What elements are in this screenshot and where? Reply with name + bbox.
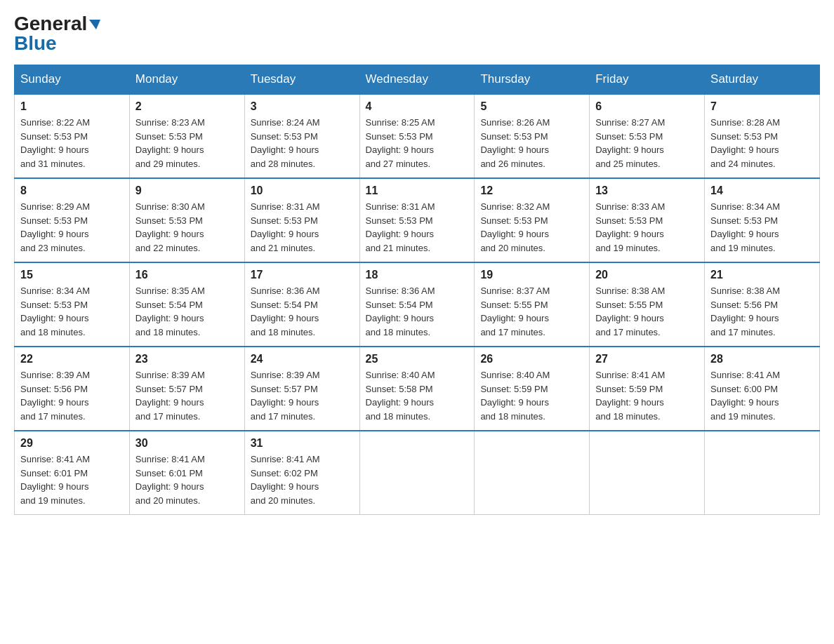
calendar-cell: 9Sunrise: 8:30 AMSunset: 5:53 PMDaylight… xyxy=(129,178,244,262)
day-info: Sunrise: 8:26 AMSunset: 5:53 PMDaylight:… xyxy=(480,116,583,170)
day-info: Sunrise: 8:38 AMSunset: 5:55 PMDaylight:… xyxy=(595,284,699,339)
calendar-cell: 24Sunrise: 8:39 AMSunset: 5:57 PMDayligh… xyxy=(244,347,359,431)
weekday-header-friday: Friday xyxy=(590,65,705,95)
day-number: 28 xyxy=(710,353,814,365)
calendar-cell: 31Sunrise: 8:41 AMSunset: 6:02 PMDayligh… xyxy=(244,431,359,515)
calendar-cell: 16Sunrise: 8:35 AMSunset: 5:54 PMDayligh… xyxy=(129,262,244,347)
day-info: Sunrise: 8:40 AMSunset: 5:59 PMDaylight:… xyxy=(480,368,583,423)
day-info: Sunrise: 8:41 AMSunset: 6:02 PMDaylight:… xyxy=(251,452,354,507)
calendar-cell: 10Sunrise: 8:31 AMSunset: 5:53 PMDayligh… xyxy=(244,178,359,262)
page-header: General Blue xyxy=(14,14,820,53)
weekday-header-monday: Monday xyxy=(129,65,244,95)
calendar-cell: 3Sunrise: 8:24 AMSunset: 5:53 PMDaylight… xyxy=(244,94,359,178)
day-number: 26 xyxy=(480,353,583,365)
day-info: Sunrise: 8:24 AMSunset: 5:53 PMDaylight:… xyxy=(251,116,354,170)
weekday-header-thursday: Thursday xyxy=(475,65,590,95)
day-number: 2 xyxy=(135,100,239,113)
day-number: 27 xyxy=(595,353,699,365)
day-info: Sunrise: 8:31 AMSunset: 5:53 PMDaylight:… xyxy=(251,200,354,255)
calendar-cell xyxy=(359,431,475,515)
day-number: 22 xyxy=(20,353,124,365)
calendar-table: SundayMondayTuesdayWednesdayThursdayFrid… xyxy=(14,65,820,515)
calendar-cell: 1Sunrise: 8:22 AMSunset: 5:53 PMDaylight… xyxy=(15,94,130,178)
day-number: 25 xyxy=(366,353,469,365)
day-info: Sunrise: 8:37 AMSunset: 5:55 PMDaylight:… xyxy=(480,284,583,339)
day-info: Sunrise: 8:23 AMSunset: 5:53 PMDaylight:… xyxy=(135,116,239,170)
day-number: 17 xyxy=(251,269,354,281)
day-number: 15 xyxy=(20,269,124,281)
weekday-header-tuesday: Tuesday xyxy=(244,65,359,95)
day-info: Sunrise: 8:33 AMSunset: 5:53 PMDaylight:… xyxy=(595,200,699,255)
day-number: 1 xyxy=(20,100,124,113)
day-number: 6 xyxy=(595,100,699,113)
week-row-4: 22Sunrise: 8:39 AMSunset: 5:56 PMDayligh… xyxy=(15,347,820,431)
calendar-cell: 15Sunrise: 8:34 AMSunset: 5:53 PMDayligh… xyxy=(15,262,130,347)
day-info: Sunrise: 8:30 AMSunset: 5:53 PMDaylight:… xyxy=(135,200,239,255)
day-info: Sunrise: 8:39 AMSunset: 5:57 PMDaylight:… xyxy=(135,368,239,423)
day-info: Sunrise: 8:36 AMSunset: 5:54 PMDaylight:… xyxy=(366,284,469,339)
day-number: 29 xyxy=(20,437,124,450)
calendar-cell: 30Sunrise: 8:41 AMSunset: 6:01 PMDayligh… xyxy=(129,431,244,515)
calendar-cell: 14Sunrise: 8:34 AMSunset: 5:53 PMDayligh… xyxy=(705,178,820,262)
day-number: 3 xyxy=(251,100,354,113)
calendar-cell: 4Sunrise: 8:25 AMSunset: 5:53 PMDaylight… xyxy=(359,94,475,178)
calendar-cell: 28Sunrise: 8:41 AMSunset: 6:00 PMDayligh… xyxy=(705,347,820,431)
day-number: 7 xyxy=(710,100,814,113)
calendar-cell: 17Sunrise: 8:36 AMSunset: 5:54 PMDayligh… xyxy=(244,262,359,347)
day-info: Sunrise: 8:35 AMSunset: 5:54 PMDaylight:… xyxy=(135,284,239,339)
day-info: Sunrise: 8:41 AMSunset: 6:00 PMDaylight:… xyxy=(710,368,814,423)
day-info: Sunrise: 8:41 AMSunset: 5:59 PMDaylight:… xyxy=(595,368,699,423)
calendar-cell: 2Sunrise: 8:23 AMSunset: 5:53 PMDaylight… xyxy=(129,94,244,178)
day-number: 13 xyxy=(595,185,699,197)
calendar-cell: 26Sunrise: 8:40 AMSunset: 5:59 PMDayligh… xyxy=(475,347,590,431)
calendar-cell: 19Sunrise: 8:37 AMSunset: 5:55 PMDayligh… xyxy=(475,262,590,347)
day-info: Sunrise: 8:41 AMSunset: 6:01 PMDaylight:… xyxy=(20,452,124,507)
day-info: Sunrise: 8:40 AMSunset: 5:58 PMDaylight:… xyxy=(366,368,469,423)
day-number: 30 xyxy=(135,437,239,450)
day-info: Sunrise: 8:25 AMSunset: 5:53 PMDaylight:… xyxy=(366,116,469,170)
day-number: 18 xyxy=(366,269,469,281)
calendar-cell: 7Sunrise: 8:28 AMSunset: 5:53 PMDaylight… xyxy=(705,94,820,178)
calendar-cell: 25Sunrise: 8:40 AMSunset: 5:58 PMDayligh… xyxy=(359,347,475,431)
week-row-2: 8Sunrise: 8:29 AMSunset: 5:53 PMDaylight… xyxy=(15,178,820,262)
day-number: 5 xyxy=(480,100,583,113)
calendar-cell xyxy=(475,431,590,515)
day-info: Sunrise: 8:22 AMSunset: 5:53 PMDaylight:… xyxy=(20,116,124,170)
day-info: Sunrise: 8:39 AMSunset: 5:56 PMDaylight:… xyxy=(20,368,124,423)
day-number: 4 xyxy=(366,100,469,113)
logo-blue-text: Blue xyxy=(14,34,57,53)
day-number: 16 xyxy=(135,269,239,281)
calendar-cell: 18Sunrise: 8:36 AMSunset: 5:54 PMDayligh… xyxy=(359,262,475,347)
calendar-cell: 6Sunrise: 8:27 AMSunset: 5:53 PMDaylight… xyxy=(590,94,705,178)
calendar-cell: 29Sunrise: 8:41 AMSunset: 6:01 PMDayligh… xyxy=(15,431,130,515)
day-number: 12 xyxy=(480,185,583,197)
day-number: 31 xyxy=(251,437,354,450)
day-info: Sunrise: 8:38 AMSunset: 5:56 PMDaylight:… xyxy=(710,284,814,339)
weekday-header-saturday: Saturday xyxy=(705,65,820,95)
day-number: 20 xyxy=(595,269,699,281)
day-number: 10 xyxy=(251,185,354,197)
day-info: Sunrise: 8:39 AMSunset: 5:57 PMDaylight:… xyxy=(251,368,354,423)
day-info: Sunrise: 8:28 AMSunset: 5:53 PMDaylight:… xyxy=(710,116,814,170)
logo: General Blue xyxy=(14,14,100,53)
day-number: 8 xyxy=(20,185,124,197)
day-info: Sunrise: 8:31 AMSunset: 5:53 PMDaylight:… xyxy=(366,200,469,255)
calendar-cell: 11Sunrise: 8:31 AMSunset: 5:53 PMDayligh… xyxy=(359,178,475,262)
day-info: Sunrise: 8:29 AMSunset: 5:53 PMDaylight:… xyxy=(20,200,124,255)
calendar-cell xyxy=(590,431,705,515)
day-number: 24 xyxy=(251,353,354,365)
logo-general-text: General xyxy=(14,14,100,34)
calendar-cell: 20Sunrise: 8:38 AMSunset: 5:55 PMDayligh… xyxy=(590,262,705,347)
weekday-header-row: SundayMondayTuesdayWednesdayThursdayFrid… xyxy=(15,65,820,95)
week-row-3: 15Sunrise: 8:34 AMSunset: 5:53 PMDayligh… xyxy=(15,262,820,347)
calendar-cell: 21Sunrise: 8:38 AMSunset: 5:56 PMDayligh… xyxy=(705,262,820,347)
calendar-cell: 8Sunrise: 8:29 AMSunset: 5:53 PMDaylight… xyxy=(15,178,130,262)
day-number: 21 xyxy=(710,269,814,281)
week-row-1: 1Sunrise: 8:22 AMSunset: 5:53 PMDaylight… xyxy=(15,94,820,178)
day-number: 14 xyxy=(710,185,814,197)
day-number: 19 xyxy=(480,269,583,281)
calendar-cell: 5Sunrise: 8:26 AMSunset: 5:53 PMDaylight… xyxy=(475,94,590,178)
day-info: Sunrise: 8:32 AMSunset: 5:53 PMDaylight:… xyxy=(480,200,583,255)
week-row-5: 29Sunrise: 8:41 AMSunset: 6:01 PMDayligh… xyxy=(15,431,820,515)
day-number: 9 xyxy=(135,185,239,197)
